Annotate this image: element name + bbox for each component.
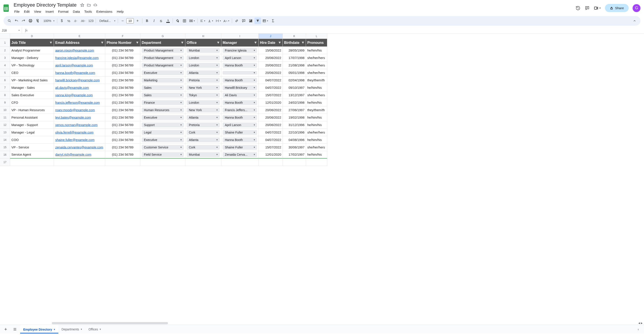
column-header-J[interactable]: J [258,33,283,39]
comments-icon[interactable] [584,5,590,11]
cell[interactable]: (01) 234 56789 [105,144,140,151]
dropdown-chip[interactable]: Executive▼ [142,70,184,75]
header-cell[interactable]: Manager [221,39,258,47]
all-sheets-icon[interactable] [11,325,19,333]
cell[interactable] [185,159,221,166]
cell[interactable]: Pretoria▼ [185,121,221,129]
doc-title[interactable]: Employee Directory Template [12,2,78,8]
history-icon[interactable] [575,5,580,11]
row-header[interactable]: 14 [0,136,10,144]
cell[interactable]: 20/06/2022 [258,54,283,62]
column-header-K[interactable]: K [283,33,306,39]
column-header-L[interactable]: L [306,33,327,39]
row-header[interactable]: 3 [0,54,10,62]
header-cell[interactable]: Phone Number [105,39,140,47]
cell[interactable]: 04/08/1996 [283,136,306,144]
cell[interactable]: Pretoria▼ [185,76,221,84]
dropdown-chip[interactable]: Mumbai▼ [187,48,220,53]
percent-icon[interactable]: % [66,17,72,24]
cell[interactable]: 15/06/2022 [258,47,283,54]
cell[interactable]: he/him/his [306,99,327,106]
cell[interactable]: Product Management▼ [140,47,185,54]
cell[interactable] [283,159,306,166]
tableview-icon[interactable]: ▼ [262,17,269,24]
cell[interactable]: Hanna Booth▼ [221,99,258,106]
cell[interactable]: (01) 234 56789 [105,106,140,114]
dropdown-chip[interactable]: Hanna Booth▼ [223,115,257,120]
cell[interactable]: 22/10/1996 [283,129,306,136]
cell[interactable]: (01) 234 56789 [105,76,140,84]
cell[interactable]: 04/07/2022 [258,76,283,84]
cell[interactable]: (01) 234 56789 [105,69,140,76]
row-header[interactable]: 17 [0,159,10,166]
cell[interactable]: Executive▼ [140,136,185,144]
cell[interactable]: April Larson▼ [221,54,258,62]
header-cell[interactable]: Birthdate [283,39,306,47]
menu-tools[interactable]: Tools [82,9,94,14]
dropdown-chip[interactable]: Harwilll Bricksey▼ [223,85,257,90]
row-header[interactable]: 8 [0,91,10,99]
cell[interactable]: he/him/his [306,47,327,54]
dropdown-chip[interactable]: Shaine Fuller▼ [223,145,257,150]
cell[interactable]: she/her/hers [306,91,327,99]
halign-icon[interactable]: ▼ [199,17,206,24]
sheet-tab[interactable]: Employee Directory▼ [20,325,58,334]
cell[interactable]: (01) 234 56789 [105,114,140,121]
row-header[interactable]: 11 [0,114,10,121]
italic-icon[interactable]: I [151,17,157,24]
dropdown-chip[interactable]: Field Service▼ [142,152,184,157]
cell[interactable]: (01) 234 56789 [105,62,140,69]
cell[interactable]: VP - Service [10,144,54,151]
explore-icon[interactable]: ‹ [634,325,642,333]
cell[interactable]: 02/04/1998 [283,76,306,84]
select-all-corner[interactable] [0,33,10,39]
dropdown-chip[interactable]: Product Management▼ [142,48,184,53]
dropdown-chip[interactable]: Ali Davis▼ [223,93,257,98]
cell[interactable]: Human Resources▼ [140,106,185,114]
cell[interactable]: she/her/hers [306,62,327,69]
cell[interactable]: 24/02/1998 [283,99,306,106]
cell[interactable]: Hanna Booth▼ [221,136,258,144]
cell[interactable]: roary.moody@example.com [54,106,105,114]
cell[interactable]: Service Agent [10,151,54,159]
cell[interactable]: 04/07/2022 [258,129,283,136]
dropdown-chip[interactable]: Executive▼ [142,137,184,142]
cell[interactable]: Executive▼ [140,69,185,76]
cell[interactable]: Ali Davis▼ [221,91,258,99]
column-header-F[interactable]: F [105,33,140,39]
cell[interactable]: 20/06/2022 [258,106,283,114]
cell[interactable]: New York▼ [185,106,221,114]
cell[interactable]: Harwilll Bricksey▼ [221,84,258,91]
header-cell[interactable]: Hire Date [258,39,283,47]
cell[interactable]: Hanna Booth▼ [221,76,258,84]
cell[interactable]: (01) 234 56789 [105,47,140,54]
cell[interactable]: they/them/th [306,76,327,84]
cell[interactable]: 09/10/1997 [283,84,306,91]
cell[interactable]: London▼ [185,54,221,62]
dropdown-chip[interactable]: Cork▼ [187,130,220,135]
header-cell[interactable]: Department [140,39,185,47]
column-header-E[interactable]: E [54,33,105,39]
link-icon[interactable] [234,17,240,24]
decrease-decimal-icon[interactable]: .0← [72,17,79,24]
cell[interactable]: 15/07/2022 [258,91,283,99]
cell[interactable]: 17/02/1997 [283,151,306,159]
cell[interactable]: ▼ [221,69,258,76]
cell[interactable]: 31/12/1996 [283,121,306,129]
cell[interactable]: Atlanta▼ [185,114,221,121]
cell[interactable]: 27/06/1997 [283,106,306,114]
dropdown-chip[interactable]: April Larson▼ [223,123,257,127]
cell[interactable]: Hanna Booth▼ [221,114,258,121]
dropdown-chip[interactable]: Tokyo▼ [187,93,220,98]
move-folder-icon[interactable] [87,3,91,7]
cell[interactable]: he/him/his [306,151,327,159]
menu-edit[interactable]: Edit [22,9,32,14]
dropdown-chip[interactable]: Pretoria▼ [187,78,220,83]
dropdown-chip[interactable]: Legal▼ [142,130,184,135]
borders-icon[interactable] [181,17,188,24]
cell[interactable]: Cork▼ [185,144,221,151]
formula-input[interactable] [31,27,644,33]
dropdown-chip[interactable]: London▼ [187,55,220,60]
font-select[interactable]: Defaul...▼ [97,17,116,24]
cell[interactable]: harwilll.bricksey@example.com [54,76,105,84]
